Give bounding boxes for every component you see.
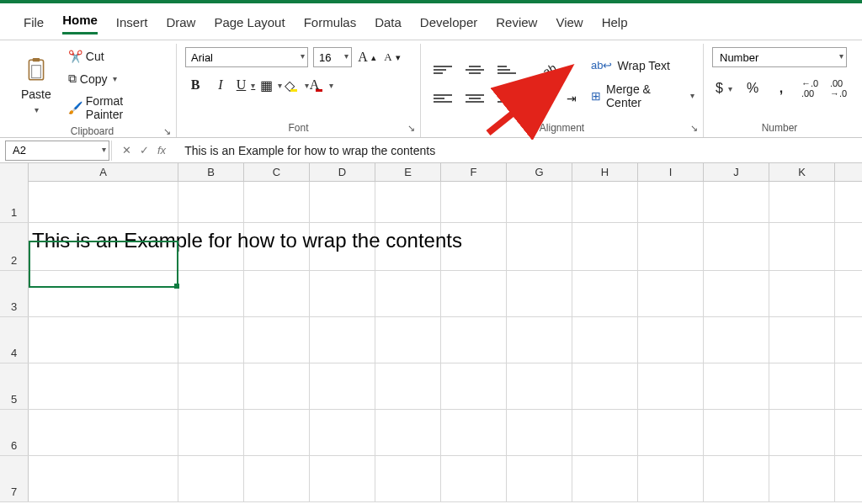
- orientation-button[interactable]: ab▾: [539, 61, 570, 79]
- col-header-F[interactable]: F: [441, 163, 507, 182]
- row-header-4[interactable]: 4: [0, 317, 29, 363]
- row-header-2[interactable]: 2: [0, 223, 29, 270]
- format-painter-button[interactable]: 🖌️ Format Painter: [64, 92, 168, 124]
- align-right-button[interactable]: [493, 88, 520, 109]
- col-header-K[interactable]: K: [769, 163, 835, 182]
- cell-I2[interactable]: [638, 223, 704, 270]
- tab-home[interactable]: Home: [62, 13, 98, 34]
- cell-H2[interactable]: [572, 223, 638, 270]
- cell-K2[interactable]: [769, 223, 835, 270]
- underline-button[interactable]: U▾: [236, 76, 256, 94]
- currency-button[interactable]: $▾: [712, 78, 736, 98]
- copy-label: Copy: [80, 72, 108, 86]
- cell-A6[interactable]: [29, 410, 178, 455]
- paste-icon[interactable]: [24, 56, 48, 83]
- row-header-1[interactable]: 1: [0, 182, 29, 222]
- cell-J2[interactable]: [704, 223, 769, 270]
- cell-B1[interactable]: [178, 182, 244, 222]
- col-header-I[interactable]: I: [638, 163, 704, 182]
- tab-view[interactable]: View: [556, 15, 583, 34]
- chevron-down-icon[interactable]: ▾: [690, 91, 694, 100]
- row-header-6[interactable]: 6: [0, 410, 29, 455]
- number-format-select[interactable]: [712, 47, 847, 67]
- col-header-C[interactable]: C: [244, 163, 310, 182]
- cell-I1[interactable]: [638, 182, 704, 222]
- copy-button[interactable]: ⧉ Copy ▾: [64, 69, 168, 88]
- italic-button[interactable]: I: [210, 76, 231, 94]
- dialog-launcher-icon[interactable]: ↘: [407, 123, 415, 134]
- tab-draw[interactable]: Draw: [166, 15, 195, 34]
- cell-D1[interactable]: [310, 182, 375, 222]
- cancel-icon[interactable]: ✕: [122, 144, 131, 157]
- cell-G1[interactable]: [507, 182, 572, 222]
- align-top-icon: [434, 62, 452, 77]
- increase-decimal-button[interactable]: ←.0.00: [798, 76, 822, 101]
- align-middle-icon: [466, 62, 484, 77]
- cell-K1[interactable]: [769, 182, 835, 222]
- cell-A4[interactable]: [29, 317, 178, 363]
- fx-icon[interactable]: fx: [157, 144, 166, 157]
- chevron-down-icon[interactable]: ▾: [35, 105, 39, 114]
- merge-center-button[interactable]: ⊞ Merge & Center ▾: [591, 82, 694, 109]
- cell-A5[interactable]: [29, 363, 178, 409]
- col-header-H[interactable]: H: [572, 163, 638, 182]
- percent-button[interactable]: %: [741, 78, 764, 98]
- formula-input[interactable]: [176, 141, 862, 161]
- row-header-5[interactable]: 5: [0, 363, 29, 409]
- decrease-indent-button[interactable]: ⇤: [539, 89, 557, 108]
- decrease-decimal-button[interactable]: .00→.0: [827, 76, 850, 101]
- cell-G2[interactable]: [507, 223, 572, 270]
- tab-help[interactable]: Help: [602, 15, 628, 34]
- cell-J1[interactable]: [704, 182, 769, 222]
- col-header-A[interactable]: A: [29, 163, 178, 182]
- font-color-button[interactable]: A ▾: [311, 76, 332, 94]
- group-label-number: Number: [762, 122, 798, 134]
- align-left-button[interactable]: [429, 88, 456, 109]
- align-middle-button[interactable]: [461, 60, 488, 80]
- col-header-G[interactable]: G: [507, 163, 572, 182]
- cell-H1[interactable]: [572, 182, 638, 222]
- increase-font-button[interactable]: A▴: [357, 48, 377, 66]
- tab-review[interactable]: Review: [496, 15, 537, 34]
- font-size-select[interactable]: [313, 47, 352, 67]
- cut-button[interactable]: ✂️ Cut: [64, 47, 168, 66]
- tab-data[interactable]: Data: [375, 15, 402, 34]
- wrap-text-button[interactable]: ab↩ Wrap Text: [591, 59, 694, 72]
- tab-formulas[interactable]: Formulas: [304, 15, 357, 34]
- row-header-7[interactable]: 7: [0, 456, 29, 501]
- tab-page-layout[interactable]: Page Layout: [214, 15, 285, 34]
- tab-developer[interactable]: Developer: [420, 15, 477, 34]
- cell-A3[interactable]: [29, 271, 178, 316]
- increase-indent-button[interactable]: ⇥: [562, 89, 581, 108]
- enter-icon[interactable]: ✓: [140, 144, 149, 157]
- dialog-launcher-icon[interactable]: ↘: [163, 126, 171, 137]
- font-name-select[interactable]: [185, 47, 308, 67]
- border-button[interactable]: ▦▾: [261, 76, 281, 94]
- align-center-icon: [466, 91, 484, 106]
- cell-C1[interactable]: [244, 182, 310, 222]
- decrease-font-button[interactable]: A▾: [382, 48, 402, 66]
- cell-E1[interactable]: [375, 182, 441, 222]
- paste-button[interactable]: Paste: [17, 85, 56, 103]
- select-all-corner[interactable]: [0, 163, 29, 182]
- cell-A7[interactable]: [29, 456, 178, 501]
- align-bottom-button[interactable]: [493, 60, 520, 80]
- col-header-D[interactable]: D: [310, 163, 375, 182]
- row-header-3[interactable]: 3: [0, 271, 29, 316]
- col-header-E[interactable]: E: [375, 163, 441, 182]
- chevron-down-icon[interactable]: ▾: [113, 74, 117, 83]
- tab-file[interactable]: File: [24, 15, 44, 34]
- cell-F1[interactable]: [441, 182, 507, 222]
- align-right-icon: [498, 91, 516, 106]
- dialog-launcher-icon[interactable]: ↘: [690, 123, 698, 134]
- cell-A1[interactable]: [29, 182, 178, 222]
- align-center-button[interactable]: [461, 88, 488, 109]
- tab-insert[interactable]: Insert: [116, 15, 148, 34]
- col-header-J[interactable]: J: [704, 163, 769, 182]
- bold-button[interactable]: B: [185, 76, 205, 94]
- name-box[interactable]: [5, 141, 109, 161]
- align-top-button[interactable]: [429, 60, 456, 80]
- fill-color-button[interactable]: ◇ ▾: [286, 76, 306, 94]
- comma-style-button[interactable]: ,: [769, 78, 793, 98]
- col-header-B[interactable]: B: [178, 163, 244, 182]
